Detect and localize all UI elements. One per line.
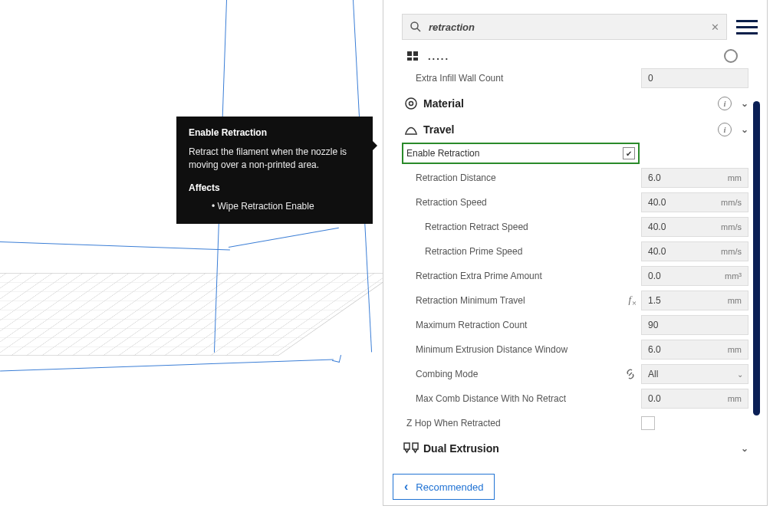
setting-z-hop: Z Hop When Retracted	[402, 411, 748, 435]
setting-value-input[interactable]: 0.0 mm³	[641, 266, 748, 286]
svg-point-6	[406, 98, 416, 109]
function-icon[interactable]: f×	[624, 294, 641, 307]
build-plate-grid	[0, 273, 396, 356]
section-material[interactable]: Material i ⌄	[402, 90, 748, 117]
info-icon[interactable]: i	[718, 123, 732, 136]
setting-value-input[interactable]: 1.5 mm	[641, 291, 748, 310]
ellipsis-icon: .....	[428, 51, 724, 62]
setting-label: Z Hop When Retracted	[402, 418, 641, 429]
reset-icon[interactable]	[724, 49, 738, 63]
setting-label: Retraction Speed	[402, 197, 641, 208]
recommended-button[interactable]: ‹ Recommended	[393, 474, 495, 500]
setting-combing-mode: Combing Mode All ⌄	[402, 362, 748, 386]
search-input[interactable]	[429, 21, 703, 33]
setting-label: Retraction Retract Speed	[402, 222, 641, 232]
setting-label: Enable Retraction	[406, 148, 479, 159]
tooltip-affects-item: • Wipe Retraction Enable	[212, 201, 360, 212]
setting-enable-retraction[interactable]: Enable Retraction ✔	[402, 143, 640, 164]
settings-panel: ✕ ..... Extra Infill Wall Count 0 Materi…	[383, 0, 768, 506]
setting-max-retraction-count: Maximum Retraction Count 90	[402, 313, 748, 337]
link-icon[interactable]	[624, 368, 641, 380]
setting-label: Retraction Minimum Travel	[402, 295, 624, 306]
svg-point-0	[411, 22, 418, 29]
info-icon[interactable]: i	[718, 97, 732, 110]
tooltip-description: Retract the filament when the nozzle is …	[189, 146, 360, 172]
setting-value-input[interactable]: 6.0 mm	[641, 340, 748, 360]
tooltip-affects-label: Affects	[189, 182, 360, 193]
build-plate-viewport[interactable]	[0, 0, 383, 532]
setting-min-extrusion-window: Minimum Extrusion Distance Window 6.0 mm	[402, 337, 748, 362]
chevron-left-icon: ‹	[404, 480, 408, 494]
setting-value-input[interactable]: 40.0 mm/s	[641, 192, 748, 212]
chevron-down-icon[interactable]: ⌄	[741, 443, 748, 454]
setting-label: Max Comb Distance With No Retract	[402, 393, 641, 404]
svg-rect-10	[413, 443, 418, 449]
chevron-down-icon: ⌄	[737, 370, 743, 379]
svg-rect-4	[407, 57, 412, 61]
section-dual-extrusion[interactable]: Dual Extrusion ⌄	[402, 435, 748, 461]
search-box[interactable]: ✕	[402, 14, 727, 40]
setting-retraction-distance: Retraction Distance 6.0 mm	[402, 166, 748, 190]
enable-retraction-checkbox[interactable]: ✔	[623, 147, 635, 159]
setting-label: Retraction Prime Speed	[402, 246, 641, 257]
search-icon	[403, 21, 429, 33]
setting-label: Retraction Distance	[402, 172, 641, 183]
travel-icon	[402, 123, 420, 136]
setting-retraction-extra-prime: Retraction Extra Prime Amount 0.0 mm³	[402, 264, 748, 288]
svg-point-7	[410, 102, 413, 106]
setting-value-input[interactable]: 6.0 mm	[641, 168, 748, 188]
clear-search-icon[interactable]: ✕	[703, 21, 726, 33]
svg-rect-3	[413, 51, 418, 56]
setting-retraction-prime-speed: Retraction Prime Speed 40.0 mm/s	[402, 239, 748, 264]
setting-retraction-speed: Retraction Speed 40.0 mm/s	[402, 190, 748, 215]
build-plate-corner	[332, 353, 341, 363]
combing-mode-select[interactable]: All ⌄	[641, 364, 748, 384]
svg-rect-5	[413, 57, 418, 61]
setting-retraction-min-travel: Retraction Minimum Travel f× 1.5 mm	[402, 288, 748, 313]
section-travel[interactable]: Travel i ⌄	[402, 117, 748, 143]
setting-value-input[interactable]: 40.0 mm/s	[641, 217, 748, 237]
material-icon	[402, 97, 420, 110]
setting-label: Minimum Extrusion Distance Window	[402, 344, 641, 355]
setting-value-input[interactable]: 90	[641, 315, 748, 335]
build-plate-edge	[0, 359, 334, 371]
chevron-down-icon[interactable]: ⌄	[741, 124, 748, 135]
build-plate-edge	[0, 241, 230, 250]
panel-scrollbar[interactable]	[753, 101, 760, 415]
hamburger-menu-button[interactable]	[736, 20, 758, 34]
z-hop-checkbox[interactable]	[641, 416, 655, 430]
setting-value-input[interactable]: 0	[641, 68, 748, 88]
setting-extra-infill-wall: Extra Infill Wall Count 0	[402, 66, 748, 90]
setting-label: Maximum Retraction Count	[402, 320, 641, 330]
setting-max-comb-distance: Max Comb Distance With No Retract 0.0 mm	[402, 386, 748, 411]
collapsed-section-header[interactable]: .....	[402, 48, 748, 66]
svg-line-1	[417, 28, 420, 31]
dual-extrusion-icon	[402, 442, 420, 455]
setting-retraction-retract-speed: Retraction Retract Speed 40.0 mm/s	[402, 215, 748, 239]
setting-value-input[interactable]: 0.0 mm	[641, 389, 748, 409]
chevron-down-icon[interactable]: ⌄	[741, 98, 748, 109]
setting-value-input[interactable]: 40.0 mm/s	[641, 241, 748, 261]
setting-label: Combing Mode	[402, 369, 624, 379]
svg-rect-2	[407, 51, 412, 56]
svg-rect-9	[404, 443, 410, 449]
tooltip-title: Enable Retraction	[189, 127, 360, 138]
build-plate-edge	[229, 228, 339, 248]
setting-tooltip: Enable Retraction Retract the filament w…	[176, 117, 373, 224]
setting-label: Extra Infill Wall Count	[402, 73, 641, 84]
setting-label: Retraction Extra Prime Amount	[402, 271, 641, 281]
